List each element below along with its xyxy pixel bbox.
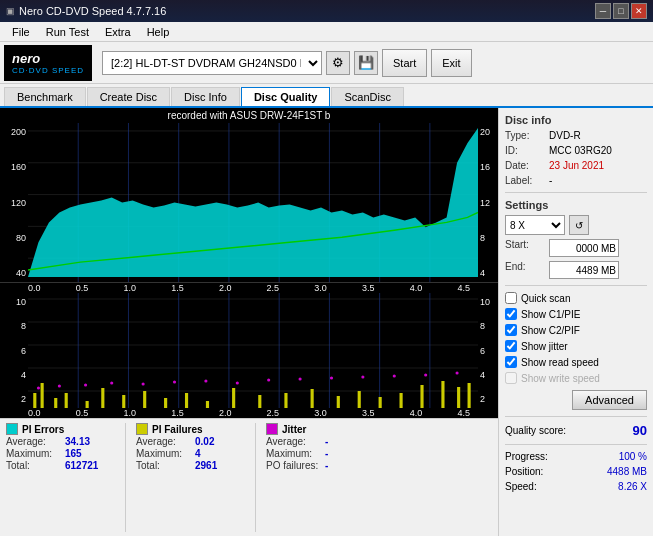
menu-help[interactable]: Help <box>139 24 178 40</box>
bottom-chart-svg <box>28 293 478 408</box>
svg-rect-33 <box>122 395 125 408</box>
show-c2-pif-checkbox[interactable] <box>505 324 517 336</box>
bottom-x-axis: 0.0 0.5 1.0 1.5 2.0 2.5 3.0 3.5 4.0 4.5 <box>0 408 498 418</box>
disc-date-label: Date: <box>505 160 545 171</box>
app-logo: nero CD·DVD SPEED <box>4 45 92 81</box>
svg-rect-35 <box>164 398 167 408</box>
tab-disc-quality[interactable]: Disc Quality <box>241 87 331 106</box>
pi-errors-total-label: Total: <box>6 460 61 471</box>
svg-rect-27 <box>33 393 36 408</box>
svg-point-59 <box>299 378 302 381</box>
menu-extra[interactable]: Extra <box>97 24 139 40</box>
bx-0.0: 0.0 <box>28 408 41 418</box>
disc-type-value: DVD-R <box>549 130 581 141</box>
svg-point-60 <box>330 377 333 380</box>
progress-label: Progress: <box>505 451 548 462</box>
tab-benchmark[interactable]: Benchmark <box>4 87 86 106</box>
logo-sub: CD·DVD SPEED <box>12 66 84 75</box>
show-c1-pie-checkbox[interactable] <box>505 308 517 320</box>
svg-rect-30 <box>65 393 68 408</box>
save-icon[interactable]: 💾 <box>354 51 378 75</box>
toolbar: nero CD·DVD SPEED [2:2] HL-DT-ST DVDRAM … <box>0 42 653 84</box>
bx-0.5: 0.5 <box>76 408 89 418</box>
window-controls: ─ □ ✕ <box>595 3 647 19</box>
pi-errors-max-row: Maximum: 165 <box>6 448 115 459</box>
by-right-10: 10 <box>480 297 496 307</box>
show-write-speed-checkbox[interactable] <box>505 372 517 384</box>
tab-create-disc[interactable]: Create Disc <box>87 87 170 106</box>
quality-score-row: Quality score: 90 <box>505 423 647 438</box>
disc-type-row: Type: DVD-R <box>505 130 647 141</box>
top-y-axis-left: 200 160 120 80 40 <box>0 123 28 282</box>
svg-point-64 <box>456 372 459 375</box>
svg-point-54 <box>142 383 145 386</box>
bx-1.0: 1.0 <box>123 408 136 418</box>
close-button[interactable]: ✕ <box>631 3 647 19</box>
show-write-speed-row: Show write speed <box>505 372 647 384</box>
disc-id-value: MCC 03RG20 <box>549 145 612 156</box>
exit-button[interactable]: Exit <box>431 49 471 77</box>
show-read-speed-checkbox[interactable] <box>505 356 517 368</box>
quick-scan-checkbox[interactable] <box>505 292 517 304</box>
svg-rect-48 <box>457 387 460 408</box>
end-mb-input[interactable] <box>549 261 619 279</box>
settings-icon[interactable]: ⚙ <box>326 51 350 75</box>
by-label-6: 6 <box>2 346 26 356</box>
tab-disc-info[interactable]: Disc Info <box>171 87 240 106</box>
position-row: Position: 4488 MB <box>505 466 647 477</box>
svg-rect-36 <box>185 393 188 408</box>
progress-row: Progress: 100 % <box>505 451 647 462</box>
svg-rect-44 <box>379 397 382 408</box>
pi-failures-group: PI Failures Average: 0.02 Maximum: 4 Tot… <box>136 423 245 532</box>
right-panel: Disc info Type: DVD-R ID: MCC 03RG20 Dat… <box>498 108 653 536</box>
menu-run-test[interactable]: Run Test <box>38 24 97 40</box>
show-c2-pif-row: Show C2/PIF <box>505 324 647 336</box>
jitter-avg-label: Average: <box>266 436 321 447</box>
pi-failures-header: PI Failures <box>136 423 245 435</box>
show-jitter-checkbox[interactable] <box>505 340 517 352</box>
pi-errors-avg-label: Average: <box>6 436 61 447</box>
quality-score-value: 90 <box>633 423 647 438</box>
maximize-button[interactable]: □ <box>613 3 629 19</box>
y-label-40: 40 <box>2 268 26 278</box>
speed-select[interactable]: 8 X <box>505 215 565 235</box>
svg-rect-42 <box>337 396 340 408</box>
menu-file[interactable]: File <box>4 24 38 40</box>
y-label-80: 80 <box>2 233 26 243</box>
by-right-6: 6 <box>480 346 496 356</box>
svg-rect-38 <box>232 388 235 408</box>
pi-errors-max-label: Maximum: <box>6 448 61 459</box>
pi-errors-header: PI Errors <box>6 423 115 435</box>
pi-failures-total-label: Total: <box>136 460 191 471</box>
top-x-axis: 0.0 0.5 1.0 1.5 2.0 2.5 3.0 3.5 4.0 4.5 <box>0 283 498 293</box>
disc-type-label: Type: <box>505 130 545 141</box>
show-read-speed-label: Show read speed <box>521 357 599 368</box>
speed-value: 8.26 X <box>618 481 647 492</box>
end-mb-label: End: <box>505 261 545 279</box>
show-read-speed-row: Show read speed <box>505 356 647 368</box>
start-mb-input[interactable] <box>549 239 619 257</box>
start-button[interactable]: Start <box>382 49 427 77</box>
minimize-button[interactable]: ─ <box>595 3 611 19</box>
drive-select[interactable]: [2:2] HL-DT-ST DVDRAM GH24NSD0 LH00 <box>102 51 322 75</box>
x-1.5: 1.5 <box>171 283 184 293</box>
pi-failures-color <box>136 423 148 435</box>
jitter-group: Jitter Average: - Maximum: - PO failures… <box>266 423 375 532</box>
svg-point-58 <box>267 379 270 382</box>
svg-rect-46 <box>420 385 423 408</box>
disc-label-row: Label: - <box>505 175 647 186</box>
title-bar: ▣ Nero CD-DVD Speed 4.7.7.16 ─ □ ✕ <box>0 0 653 22</box>
svg-point-50 <box>37 387 40 390</box>
bottom-y-axis-left: 10 8 6 4 2 <box>0 293 28 408</box>
refresh-button[interactable]: ↺ <box>569 215 589 235</box>
speed-label: Speed: <box>505 481 537 492</box>
y-right-8: 8 <box>480 233 496 243</box>
svg-rect-45 <box>400 393 403 408</box>
tab-scan-disc[interactable]: ScanDisc <box>331 87 403 106</box>
advanced-button[interactable]: Advanced <box>572 390 647 410</box>
pi-failures-max-value: 4 <box>195 448 245 459</box>
pi-errors-color <box>6 423 18 435</box>
show-jitter-row: Show jitter <box>505 340 647 352</box>
start-mb-label: Start: <box>505 239 545 257</box>
separator-4 <box>505 444 647 445</box>
